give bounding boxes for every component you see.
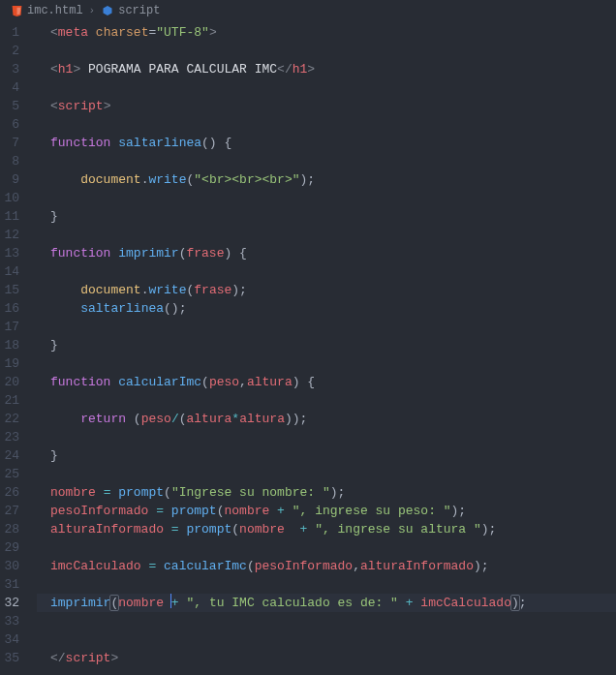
- code-line[interactable]: [37, 189, 616, 207]
- code-line[interactable]: [37, 152, 616, 170]
- line-number: 27: [0, 502, 37, 520]
- code-line[interactable]: [37, 428, 616, 446]
- line-number: 26: [0, 483, 37, 502]
- line-number: 23: [0, 428, 37, 446]
- code-line[interactable]: [37, 78, 616, 97]
- line-number: 31: [0, 575, 37, 594]
- line-number: 18: [0, 336, 37, 354]
- line-number: 19: [0, 354, 37, 373]
- code-line[interactable]: alturaInformado = prompt(nombre + ", ing…: [37, 520, 616, 538]
- line-number: 5: [0, 97, 37, 115]
- code-line[interactable]: [37, 612, 616, 630]
- line-number: 32: [0, 594, 37, 612]
- line-number: 16: [0, 299, 37, 318]
- line-number: 8: [0, 152, 37, 170]
- breadcrumb-file[interactable]: imc.html: [27, 4, 83, 17]
- line-number: 13: [0, 244, 37, 262]
- line-number: 28: [0, 520, 37, 538]
- line-number: 29: [0, 538, 37, 557]
- code-line[interactable]: [37, 575, 616, 594]
- code-line[interactable]: <h1> POGRAMA PARA CALCULAR IMC</h1>: [37, 60, 616, 78]
- code-line[interactable]: <script>: [37, 97, 616, 115]
- code-line[interactable]: [37, 354, 616, 373]
- line-number: 14: [0, 262, 37, 281]
- code-editor[interactable]: 1234567891011121314151617181920212223242…: [0, 21, 616, 667]
- line-number: 1: [0, 23, 37, 42]
- line-number: 15: [0, 281, 37, 299]
- code-line[interactable]: function calcularImc(peso,altura) {: [37, 373, 616, 391]
- code-line[interactable]: }: [37, 207, 616, 226]
- line-number: 33: [0, 612, 37, 630]
- line-number: 21: [0, 391, 37, 410]
- code-line[interactable]: function saltarlinea() {: [37, 134, 616, 152]
- line-number: 11: [0, 207, 37, 226]
- line-number: 17: [0, 318, 37, 336]
- line-number: 3: [0, 60, 37, 78]
- code-line[interactable]: }: [37, 446, 616, 465]
- code-line[interactable]: [37, 42, 616, 60]
- code-line[interactable]: [37, 318, 616, 336]
- line-number: 35: [0, 649, 37, 667]
- code-line[interactable]: [37, 115, 616, 134]
- chevron-right-icon: ›: [89, 5, 96, 16]
- breadcrumb[interactable]: imc.html › script: [0, 0, 616, 21]
- line-number: 20: [0, 373, 37, 391]
- code-line[interactable]: imprimir(nombre + ", tu IMC calculado es…: [37, 594, 616, 612]
- line-number: 34: [0, 630, 37, 649]
- code-line[interactable]: return (peso/(altura*altura));: [37, 410, 616, 428]
- code-line[interactable]: [37, 262, 616, 281]
- line-number: 10: [0, 189, 37, 207]
- line-number: 24: [0, 446, 37, 465]
- code-line[interactable]: pesoInformado = prompt(nombre + ", ingre…: [37, 502, 616, 520]
- line-number: 25: [0, 465, 37, 483]
- code-line[interactable]: [37, 465, 616, 483]
- code-line[interactable]: document.write("<br><br><br>");: [37, 170, 616, 189]
- line-number: 7: [0, 134, 37, 152]
- code-line[interactable]: function imprimir(frase) {: [37, 244, 616, 262]
- code-line[interactable]: [37, 391, 616, 410]
- code-line[interactable]: saltarlinea();: [37, 299, 616, 318]
- code-line[interactable]: [37, 630, 616, 649]
- code-line[interactable]: <meta charset="UTF-8">: [37, 23, 616, 42]
- code-line[interactable]: }: [37, 336, 616, 354]
- line-number: 12: [0, 226, 37, 244]
- line-number: 30: [0, 557, 37, 575]
- code-line[interactable]: </script>: [37, 649, 616, 667]
- html5-file-icon: [10, 4, 23, 17]
- code-line[interactable]: imcCalculado = calcularImc(pesoInformado…: [37, 557, 616, 575]
- code-line[interactable]: [37, 226, 616, 244]
- code-area[interactable]: <meta charset="UTF-8"> <h1> POGRAMA PARA…: [37, 21, 616, 667]
- line-number: 2: [0, 42, 37, 60]
- line-number: 6: [0, 115, 37, 134]
- code-line[interactable]: document.write(frase);: [37, 281, 616, 299]
- line-number: 22: [0, 410, 37, 428]
- code-line[interactable]: [37, 538, 616, 557]
- code-line[interactable]: nombre = prompt("Ingrese su nombre: ");: [37, 483, 616, 502]
- line-number-gutter: 1234567891011121314151617181920212223242…: [0, 21, 37, 667]
- breadcrumb-sub[interactable]: script: [118, 4, 160, 17]
- script-cube-icon: [101, 4, 114, 17]
- line-number: 4: [0, 78, 37, 97]
- line-number: 9: [0, 170, 37, 189]
